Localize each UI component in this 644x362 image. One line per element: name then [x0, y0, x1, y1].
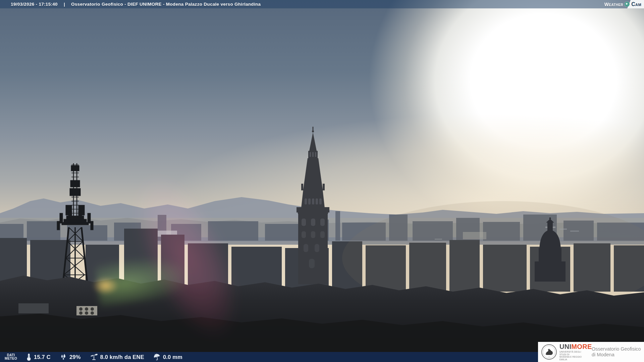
humidity-item: 29% — [59, 353, 81, 361]
temperature-item: 15.7 C — [26, 353, 51, 361]
university-subtitle-line2: MODENA E REGGIO EMILIA — [559, 356, 588, 361]
observatory-name-line1: Osservatorio Geofisico — [592, 346, 641, 352]
top-bar: 19/03/2026 - 17:15:40 | Osservatorio Geo… — [0, 0, 644, 8]
unimore-logo-box: UNIMORE UNIVERSITÀ DEGLI STUDI DI MODENA… — [538, 342, 644, 362]
unimore-brand: UNIMORE UNIVERSITÀ DEGLI STUDI DI MODENA… — [559, 343, 588, 361]
webcam-photo — [0, 0, 644, 362]
brand-more: MORE — [571, 343, 592, 350]
datetime-text: 19/03/2026 - 17:15:40 — [11, 2, 58, 7]
meteo-label: METEO — [5, 357, 17, 361]
unimore-seal-icon — [541, 344, 557, 360]
brand-uni: UNI — [559, 343, 571, 350]
weathercam-cam-label: Cam — [631, 1, 641, 7]
wind-item: 8.0 km/h da ENE — [90, 353, 144, 361]
rain-item: 0.0 mm — [153, 353, 182, 361]
weathercam-logo: Weather Cam — [604, 0, 644, 8]
water-drops-icon — [59, 353, 67, 361]
humidity-value: 29% — [69, 354, 81, 360]
rain-value: 0.0 mm — [163, 354, 182, 360]
weathercam-weather-label: Weather — [604, 2, 623, 7]
observatory-name-line2: di Modena — [592, 352, 641, 358]
dati-meteo-label: DATI METEO — [5, 354, 17, 361]
webcam-page: 19/03/2026 - 17:15:40 | Osservatorio Geo… — [0, 0, 644, 362]
wind-vane-icon — [90, 353, 98, 361]
weathercam-cam-chip: Cam — [627, 0, 644, 8]
university-subtitle-line1: UNIVERSITÀ DEGLI STUDI DI — [559, 351, 588, 356]
temperature-value: 15.7 C — [34, 354, 51, 360]
unimore-wordmark: UNIMORE — [559, 343, 588, 350]
camera-title: Osservatorio Geofisico - DIEF UNIMORE - … — [71, 2, 261, 7]
separator: | — [64, 2, 65, 7]
umbrella-icon — [153, 353, 161, 361]
wind-value: 8.0 km/h da ENE — [100, 354, 144, 360]
thermometer-icon — [26, 353, 32, 361]
observatory-name: Osservatorio Geofisico di Modena — [592, 346, 641, 358]
